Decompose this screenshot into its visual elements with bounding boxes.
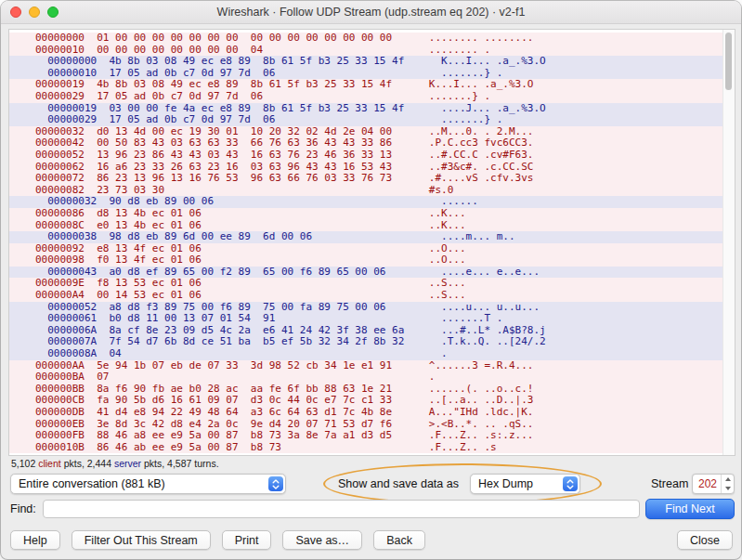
save-as-button[interactable]: Save as…	[282, 530, 362, 550]
scrollbar-thumb[interactable]	[725, 33, 732, 90]
print-button[interactable]: Print	[222, 530, 272, 550]
hex-row-server: 00000061 b0 d8 11 00 13 07 01 54 91 ....…	[9, 313, 723, 325]
stats-server-label: server	[114, 458, 141, 469]
stepper-up-icon	[725, 477, 731, 481]
hex-row-server: 00000029 17 05 ad 0b c7 0d 97 7d 06 ....…	[9, 114, 723, 126]
data-format-value: Hex Dump	[471, 477, 561, 490]
hex-dump-view[interactable]: 00000000 01 00 00 00 00 00 00 00 00 00 0…	[8, 29, 735, 456]
dropdown-chevrons-icon	[268, 476, 283, 491]
stream-number-value: 202	[693, 475, 721, 493]
stepper-up-button[interactable]	[722, 475, 734, 484]
filter-out-stream-button[interactable]: Filter Out This Stream	[72, 530, 211, 550]
show-save-data-label: Show and save data as	[338, 474, 459, 494]
hex-row-client: 000000DB 41 d4 e8 94 22 49 48 64 a3 6c 6…	[9, 407, 723, 419]
hex-row-server: 00000000 4b 8b 03 08 49 ec e8 89 8b 61 5…	[9, 56, 723, 68]
stepper-down-icon	[725, 487, 731, 490]
stats-part3: pkts, 4,587 turns.	[141, 458, 218, 469]
hex-row-client: 00000086 d8 13 4b ec 01 06 ..K...	[9, 208, 723, 220]
hex-row-client: 00000029 17 05 ad 0b c7 0d 97 7d 06 ....…	[9, 91, 723, 103]
help-button[interactable]: Help	[10, 530, 60, 550]
stepper-down-button[interactable]	[722, 484, 734, 493]
hex-row-client: 000000FB 88 46 a8 ee e9 5a 00 87 b8 73 3…	[9, 430, 723, 442]
stream-statistics: 5,102 client pkts, 2,444 server pkts, 4,…	[11, 458, 219, 469]
stats-client-label: client	[38, 458, 61, 469]
find-input[interactable]	[43, 500, 640, 518]
hex-row-client: 00000072 86 23 13 96 13 16 76 53 96 63 6…	[9, 173, 723, 185]
title-bar: Wireshark · Follow UDP Stream (udp.strea…	[1, 1, 741, 24]
find-next-button[interactable]: Find Next	[645, 499, 735, 519]
hex-row-server: 0000008A 04 .	[9, 348, 723, 360]
hex-row-client: 000000A4 00 14 53 ec 01 06 ..S...	[9, 290, 723, 302]
stream-stepper	[721, 475, 734, 493]
hex-dump-rows: 00000000 01 00 00 00 00 00 00 00 00 00 0…	[9, 30, 723, 455]
conversation-range-value: Entire conversation (881 kB)	[11, 477, 267, 490]
dropdown-chevrons-icon	[563, 476, 578, 491]
hex-row-client: 00000052 13 96 23 86 43 43 03 43 16 63 7…	[9, 150, 723, 162]
dialog-button-row: Help Filter Out This Stream Print Save a…	[10, 530, 733, 550]
conversation-range-select[interactable]: Entire conversation (881 kB)	[10, 474, 286, 494]
hex-row-server: 00000038 98 d8 eb 89 6d 00 ee 89 6d 00 0…	[9, 231, 723, 243]
stream-number-spinner[interactable]: 202	[692, 474, 735, 494]
wireshark-follow-stream-window: Wireshark · Follow UDP Stream (udp.strea…	[1, 1, 741, 559]
stream-label: Stream	[651, 474, 688, 494]
data-format-select[interactable]: Hex Dump	[470, 474, 580, 494]
hex-row-client: 00000098 f0 13 4f ec 01 06 ..O...	[9, 254, 723, 267]
hex-row-client: 00000000 01 00 00 00 00 00 00 00 00 00 0…	[9, 33, 723, 45]
hex-row-client: 0000010B 86 46 ab ee e9 5a 00 87 b8 73 .…	[9, 442, 723, 454]
stats-part2: pkts, 2,444	[61, 458, 114, 469]
stats-part1: 5,102	[11, 458, 38, 469]
vertical-scrollbar[interactable]	[722, 30, 735, 455]
find-label: Find:	[10, 499, 36, 519]
close-button[interactable]: Close	[677, 530, 733, 550]
back-button[interactable]: Back	[373, 530, 425, 550]
window-title: Wireshark · Follow UDP Stream (udp.strea…	[1, 1, 741, 23]
hex-row-client: 000000BA 07 .	[9, 371, 723, 384]
